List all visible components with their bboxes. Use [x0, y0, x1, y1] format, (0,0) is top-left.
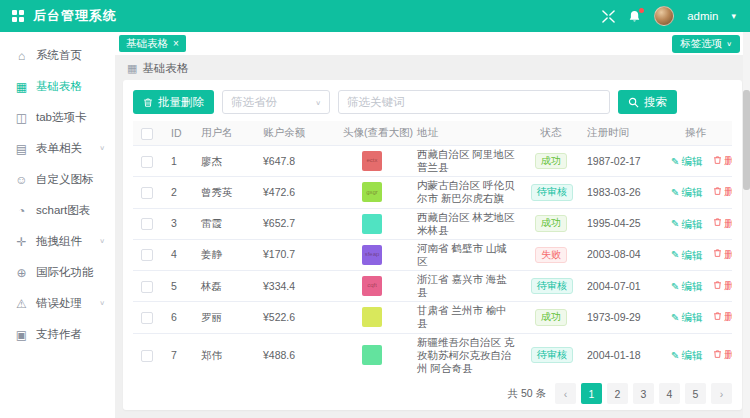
select-all-checkbox[interactable] [141, 128, 153, 140]
app-logo-icon [12, 10, 24, 22]
cell-address: 西藏自治区 林芝地区 米林县 [409, 208, 523, 239]
row-checkbox[interactable] [141, 312, 153, 324]
status-badge: 成功 [535, 215, 567, 232]
cell-balance: ¥334.4 [255, 271, 335, 302]
delete-button[interactable]: 删除 [713, 185, 732, 198]
username[interactable]: admin [687, 10, 718, 22]
user-avatar[interactable] [654, 6, 674, 26]
prev-page-button[interactable]: ‹ [555, 383, 576, 404]
row-checkbox[interactable] [141, 156, 153, 168]
column-header-1: 用户名 [193, 121, 255, 146]
status-badge: 成功 [535, 153, 567, 170]
delete-button[interactable]: 删除 [713, 154, 732, 167]
sidebar-item-error[interactable]: ⚠ 错误处理 ∨ [0, 288, 115, 319]
sidebar-item-home[interactable]: ⌂ 系统首页 [0, 40, 115, 71]
sidebar-item-schart[interactable]: ◔ schart图表 [0, 195, 115, 226]
breadcrumb-label: 基础表格 [142, 61, 188, 76]
delete-button[interactable]: 删除 [713, 279, 732, 292]
edit-button[interactable]: ✎编辑 [671, 311, 702, 324]
notification-dot [639, 8, 644, 13]
sidebar-item-i18n[interactable]: ⊕ 国际化功能 [0, 257, 115, 288]
edit-button[interactable]: ✎编辑 [671, 280, 702, 293]
notifications-bell-icon[interactable] [628, 10, 641, 23]
table-card: 批量删除 筛选省份 ∨ 搜索 [123, 80, 742, 410]
cell-username: 罗丽 [193, 302, 255, 333]
tab-basic-table[interactable]: 基础表格 × [119, 35, 186, 52]
page-button-1[interactable]: 1 [581, 383, 602, 404]
users-table: ID用户名账户余额头像(查看大图)地址状态注册时间操作 1 廖杰 ¥647.8 … [133, 121, 732, 377]
trash-icon [713, 349, 722, 361]
trash-icon [143, 97, 153, 108]
edit-button[interactable]: ✎编辑 [671, 186, 702, 199]
user-menu-caret-icon[interactable]: ▾ [731, 11, 736, 21]
cell-register-date: 2004-01-18 [579, 333, 659, 377]
avatar-thumbnail[interactable]: ectx [362, 151, 382, 171]
tab-close-icon[interactable]: × [173, 39, 179, 49]
edit-button[interactable]: ✎编辑 [671, 218, 702, 231]
province-select[interactable]: 筛选省份 ∨ [222, 90, 330, 114]
row-checkbox[interactable] [141, 249, 153, 261]
donate-icon: ▣ [14, 328, 29, 342]
batch-delete-button[interactable]: 批量删除 [133, 90, 214, 114]
row-checkbox[interactable] [141, 281, 153, 293]
warning-icon: ⚠ [14, 297, 29, 311]
delete-button[interactable]: 删除 [713, 248, 732, 261]
cell-id: 2 [163, 177, 193, 208]
cell-id: 1 [163, 146, 193, 177]
sidebar-item-basic-table[interactable]: ▦ 基础表格 [0, 71, 115, 102]
row-checkbox[interactable] [141, 218, 153, 230]
sidebar-item-form[interactable]: ▤ 表单相关 ∨ [0, 133, 115, 164]
avatar-thumbnail[interactable] [362, 307, 382, 327]
table-row: 5 林磊 ¥334.4 cqft 浙江省 嘉兴市 海盐县 待审核 2004-07… [133, 271, 732, 302]
tab-label: 基础表格 [126, 37, 168, 51]
scrollbar-thumb[interactable] [743, 90, 750, 190]
table-wrap: ID用户名账户余额头像(查看大图)地址状态注册时间操作 1 廖杰 ¥647.8 … [133, 121, 732, 377]
app-window: 后台管理系统 admin ▾ ⌂ 系统首页 ▦ 基础表格 ◫ tab选项卡 [0, 0, 750, 418]
row-checkbox[interactable] [141, 350, 153, 362]
delete-button[interactable]: 删除 [713, 217, 732, 230]
avatar-thumbnail[interactable] [362, 214, 382, 234]
table-row: 2 曾秀英 ¥472.6 gxgr 内蒙古自治区 呼伦贝尔市 新巴尔虎右旗 待审… [133, 177, 732, 208]
edit-button[interactable]: ✎编辑 [671, 349, 702, 362]
cell-username: 林磊 [193, 271, 255, 302]
search-button[interactable]: 搜索 [618, 90, 677, 114]
cell-balance: ¥170.7 [255, 239, 335, 270]
next-page-button[interactable]: › [711, 383, 732, 404]
row-checkbox[interactable] [141, 187, 153, 199]
column-header-3: 头像(查看大图) [335, 121, 409, 146]
page-button-3[interactable]: 3 [633, 383, 654, 404]
home-icon: ⌂ [14, 49, 29, 63]
edit-pencil-icon: ✎ [671, 351, 679, 361]
chevron-down-icon: ∨ [315, 98, 321, 105]
page-button-5[interactable]: 5 [685, 383, 706, 404]
page-button-4[interactable]: 4 [659, 383, 680, 404]
fullscreen-icon[interactable] [602, 10, 615, 23]
keyword-input[interactable] [338, 90, 610, 114]
chevron-down-icon: ∨ [99, 300, 105, 307]
delete-button[interactable]: 删除 [713, 310, 732, 323]
page-button-2[interactable]: 2 [607, 383, 628, 404]
globe-icon: ⊕ [14, 266, 29, 280]
province-select-placeholder: 筛选省份 [231, 95, 277, 110]
status-badge: 待审核 [531, 347, 573, 364]
chevron-down-icon: ∨ [99, 145, 105, 152]
avatar-thumbnail[interactable]: sfeap [362, 245, 382, 265]
cell-register-date: 1995-04-25 [579, 208, 659, 239]
chart-icon: ◔ [14, 204, 29, 218]
avatar-thumbnail[interactable]: gxgr [362, 182, 382, 202]
scrollbar-track[interactable] [743, 32, 750, 418]
avatar-thumbnail[interactable] [362, 345, 382, 365]
column-header-2: 账户余额 [255, 121, 335, 146]
chevron-down-icon: ∨ [726, 40, 732, 47]
edit-button[interactable]: ✎编辑 [671, 249, 702, 262]
tag-options-button[interactable]: 标签选项 ∨ [672, 35, 740, 53]
sidebar-item-custom-icons[interactable]: ☺ 自定义图标 [0, 164, 115, 195]
avatar-thumbnail[interactable]: cqft [362, 276, 382, 296]
sidebar-item-tabs[interactable]: ◫ tab选项卡 [0, 102, 115, 133]
sidebar-item-drag[interactable]: ✛ 拖拽组件 ∨ [0, 226, 115, 257]
edit-button[interactable]: ✎编辑 [671, 155, 702, 168]
delete-button[interactable]: 删除 [713, 348, 732, 361]
drag-icon: ✛ [14, 235, 29, 249]
trash-icon [713, 280, 722, 292]
sidebar-item-donate[interactable]: ▣ 支持作者 [0, 319, 115, 350]
